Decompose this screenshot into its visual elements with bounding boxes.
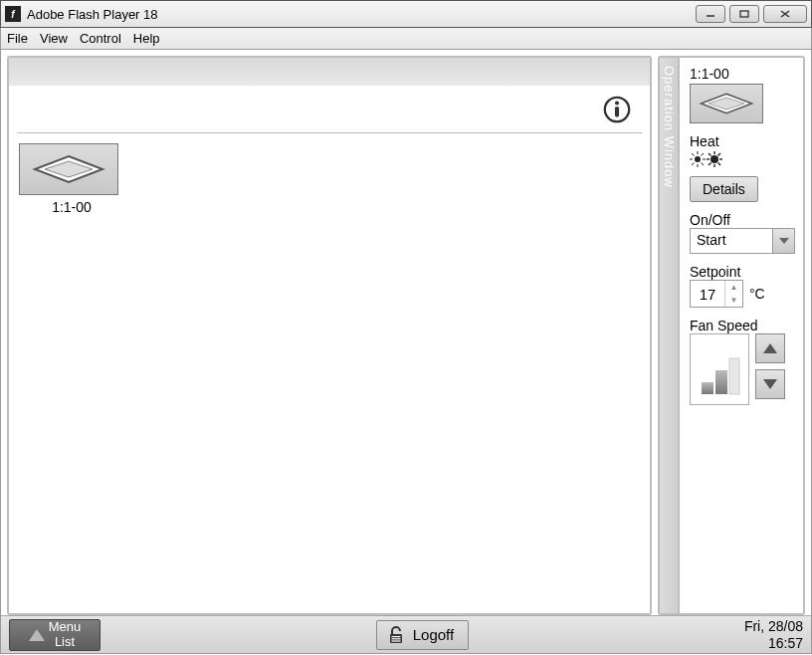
menu-list-button[interactable]: Menu List xyxy=(9,619,101,651)
close-icon xyxy=(778,9,792,19)
svg-rect-38 xyxy=(391,640,400,641)
clock-date: Fri, 28/08 xyxy=(744,618,803,634)
svg-line-25 xyxy=(709,153,711,156)
operation-window-tab-label: Operation Window xyxy=(662,66,677,188)
setpoint-stepper[interactable]: 17 ▲ ▼ xyxy=(690,280,743,308)
setpoint-unit: °C xyxy=(749,286,765,302)
fanspeed-label: Fan Speed xyxy=(690,318,795,333)
svg-marker-33 xyxy=(763,343,777,353)
arrow-up-icon xyxy=(29,629,45,641)
onoff-select[interactable]: Start xyxy=(690,228,795,254)
svg-rect-37 xyxy=(391,638,400,639)
onoff-label: On/Off xyxy=(690,212,795,228)
triangle-down-icon xyxy=(763,379,777,389)
setpoint-label: Setpoint xyxy=(690,264,795,280)
mode-icons xyxy=(690,151,795,170)
svg-rect-30 xyxy=(702,382,713,394)
menu-control[interactable]: Control xyxy=(80,31,121,46)
svg-line-28 xyxy=(709,163,711,166)
svg-point-11 xyxy=(695,156,701,162)
menubar: File View Control Help xyxy=(0,28,812,50)
svg-marker-34 xyxy=(763,379,777,389)
operation-window: Operation Window 1:1-00 Heat xyxy=(658,56,805,615)
main-panel: 1:1-00 xyxy=(7,56,652,615)
mode-label: Heat xyxy=(690,133,795,149)
triangle-up-icon xyxy=(763,343,777,353)
fanspeed-display xyxy=(690,333,749,405)
logoff-button[interactable]: Logoff xyxy=(376,620,469,650)
svg-line-26 xyxy=(718,163,721,166)
setpoint-value: 17 xyxy=(691,281,724,307)
setpoint-down-icon[interactable]: ▼ xyxy=(725,294,742,307)
svg-line-27 xyxy=(718,153,721,156)
bottom-bar: Menu List Logoff Fri, 28/08 16:57 xyxy=(1,615,811,653)
svg-rect-1 xyxy=(740,11,748,17)
details-button[interactable]: Details xyxy=(690,176,758,202)
svg-rect-32 xyxy=(729,358,739,394)
minimize-button[interactable] xyxy=(696,5,725,23)
fan-bars-icon xyxy=(698,356,741,396)
maximize-button[interactable] xyxy=(729,5,759,23)
main-panel-top-strip xyxy=(9,58,650,86)
client-area: 1:1-00 Operation Window 1:1-00 xyxy=(0,50,812,654)
fanspeed-up-button[interactable] xyxy=(755,333,785,363)
heat-mode-icon xyxy=(690,151,723,167)
window-title: Adobe Flash Player 18 xyxy=(27,7,696,22)
fanspeed-down-button[interactable] xyxy=(755,369,785,399)
svg-marker-29 xyxy=(779,238,789,244)
clock-time: 16:57 xyxy=(744,635,803,651)
svg-line-18 xyxy=(702,153,705,156)
chevron-down-icon xyxy=(772,229,794,253)
svg-point-20 xyxy=(710,155,718,163)
menu-view[interactable]: View xyxy=(40,31,68,46)
unit-tile-label: 1:1-00 xyxy=(19,199,124,215)
minimize-icon xyxy=(705,9,716,19)
svg-rect-31 xyxy=(715,370,727,394)
svg-rect-6 xyxy=(615,107,619,116)
selected-unit-thumbnail xyxy=(690,84,763,123)
flash-app-icon: f xyxy=(5,6,21,22)
ceiling-unit-icon xyxy=(29,152,108,186)
clock: Fri, 28/08 16:57 xyxy=(744,618,803,650)
menu-file[interactable]: File xyxy=(7,31,28,46)
setpoint-up-icon[interactable]: ▲ xyxy=(725,281,742,294)
unlock-icon xyxy=(385,625,405,645)
menu-help[interactable]: Help xyxy=(133,31,160,46)
close-button[interactable] xyxy=(763,5,807,23)
operation-window-tab[interactable]: Operation Window xyxy=(658,56,678,615)
unit-grid: 1:1-00 xyxy=(9,133,650,225)
logoff-label: Logoff xyxy=(413,626,454,643)
selected-unit-label: 1:1-00 xyxy=(690,66,795,82)
svg-line-19 xyxy=(692,163,695,166)
ceiling-unit-icon xyxy=(697,90,756,117)
menu-list-label: Menu List xyxy=(49,620,82,649)
svg-point-5 xyxy=(615,101,619,105)
main-panel-header xyxy=(17,86,642,133)
unit-tile[interactable]: 1:1-00 xyxy=(19,143,124,215)
svg-rect-36 xyxy=(391,636,400,637)
onoff-value: Start xyxy=(691,229,772,253)
window-titlebar: f Adobe Flash Player 18 xyxy=(0,0,812,28)
info-icon[interactable] xyxy=(602,95,632,124)
svg-line-17 xyxy=(702,163,705,166)
svg-line-16 xyxy=(692,153,695,156)
maximize-icon xyxy=(738,9,750,19)
